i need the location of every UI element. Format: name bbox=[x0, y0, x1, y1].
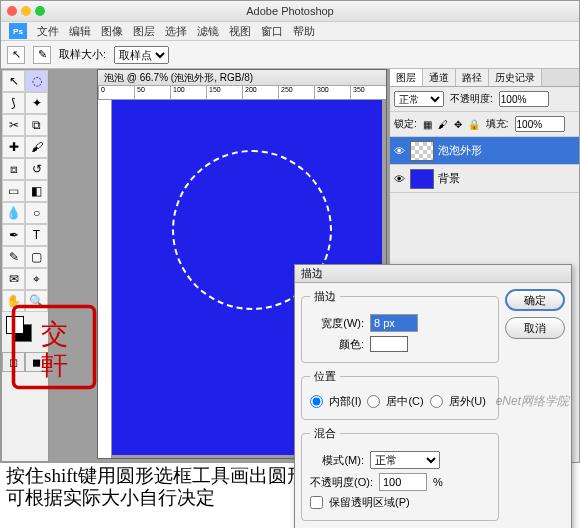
lock-position-icon[interactable]: ✥ bbox=[454, 119, 462, 130]
brush-tool[interactable]: 🖌 bbox=[25, 136, 48, 158]
crop-tool[interactable]: ✂ bbox=[2, 114, 25, 136]
blend-fieldset: 混合 模式(M): 正常 不透明度(O): % 保留透明区域(P) bbox=[301, 426, 499, 521]
tab-layers[interactable]: 图层 bbox=[390, 69, 423, 86]
mode-label: 模式(M): bbox=[310, 453, 364, 468]
lock-pixels-icon[interactable]: 🖌 bbox=[438, 119, 448, 130]
layer-name: 背景 bbox=[438, 171, 460, 186]
ps-icon[interactable]: Ps bbox=[9, 23, 27, 39]
slice-tool[interactable]: ⧉ bbox=[25, 114, 48, 136]
notes-tool[interactable]: ✉ bbox=[2, 268, 25, 290]
tab-paths[interactable]: 路径 bbox=[456, 69, 489, 86]
cancel-button[interactable]: 取消 bbox=[505, 317, 565, 339]
lock-all-icon[interactable]: 🔒 bbox=[468, 119, 480, 130]
zoom-icon[interactable] bbox=[35, 6, 45, 16]
dlg-opacity-label: 不透明度(O): bbox=[310, 475, 373, 490]
mode-select[interactable]: 正常 bbox=[370, 451, 440, 469]
titlebar: Adobe Photoshop bbox=[1, 1, 579, 21]
stamp-tool[interactable]: ⧈ bbox=[2, 158, 25, 180]
standard-mode-icon[interactable]: ◻ bbox=[2, 352, 25, 372]
menubar: Ps 文件 编辑 图像 图层 选择 滤镜 视图 窗口 帮助 bbox=[1, 21, 579, 41]
move-tool[interactable]: ↖ bbox=[2, 70, 25, 92]
menu-image[interactable]: 图像 bbox=[101, 24, 123, 39]
tab-history[interactable]: 历史记录 bbox=[489, 69, 542, 86]
eyedropper-tool-icon[interactable]: ✎ bbox=[33, 46, 51, 64]
menu-edit[interactable]: 编辑 bbox=[69, 24, 91, 39]
path-tool[interactable]: ✒ bbox=[2, 224, 25, 246]
fg-color[interactable] bbox=[6, 316, 24, 334]
close-icon[interactable] bbox=[7, 6, 17, 16]
gradient-tool[interactable]: ◧ bbox=[25, 180, 48, 202]
hand-tool[interactable]: ✋ bbox=[2, 290, 25, 312]
position-fieldset: 位置 内部(I) 居中(C) 居外(U) bbox=[301, 369, 499, 420]
wand-tool[interactable]: ✦ bbox=[25, 92, 48, 114]
pen-tool[interactable]: ✎ bbox=[2, 246, 25, 268]
ruler-vertical bbox=[98, 100, 112, 458]
options-bar: ↖ ✎ 取样大小: 取样点 bbox=[1, 41, 579, 69]
tab-channels[interactable]: 通道 bbox=[423, 69, 456, 86]
fill-input[interactable] bbox=[515, 116, 565, 132]
lock-transparency-icon[interactable]: ▦ bbox=[423, 119, 432, 130]
menu-window[interactable]: 窗口 bbox=[261, 24, 283, 39]
color-label: 颜色: bbox=[310, 337, 364, 352]
color-swatch-button[interactable] bbox=[370, 336, 408, 352]
app-title: Adobe Photoshop bbox=[246, 5, 333, 17]
stroke-fieldset: 描边 宽度(W): 颜色: bbox=[301, 289, 499, 363]
blend-mode-select[interactable]: 正常 bbox=[394, 91, 444, 107]
zoom-tool[interactable]: 🔍 bbox=[25, 290, 48, 312]
document-title: 泡泡 @ 66.7% (泡泡外形, RGB/8) bbox=[98, 70, 386, 86]
shape-tool[interactable]: ▢ bbox=[25, 246, 48, 268]
lock-label: 锁定: bbox=[394, 117, 417, 131]
layer-row[interactable]: 👁 泡泡外形 bbox=[390, 137, 579, 165]
heal-tool[interactable]: ✚ bbox=[2, 136, 25, 158]
marquee-tool[interactable]: ◌ bbox=[25, 70, 48, 92]
dodge-tool[interactable]: ○ bbox=[25, 202, 48, 224]
dlg-opacity-input[interactable] bbox=[379, 473, 427, 491]
opacity-input[interactable] bbox=[499, 91, 549, 107]
watermark-text: eNet网络学院 bbox=[496, 393, 569, 410]
ok-button[interactable]: 确定 bbox=[505, 289, 565, 311]
ruler-horizontal: 050 100150 200250 300350 bbox=[98, 86, 386, 100]
dialog-title: 描边 bbox=[295, 265, 571, 283]
toolbox: ↖ ◌ ⟆ ✦ ✂ ⧉ ✚ 🖌 ⧈ ↺ ▭ ◧ 💧 ○ ✒ T ✎ ▢ ✉ ⌖ bbox=[1, 69, 49, 462]
menu-select[interactable]: 选择 bbox=[165, 24, 187, 39]
menu-view[interactable]: 视图 bbox=[229, 24, 251, 39]
pos-outside-radio[interactable] bbox=[430, 395, 443, 408]
eraser-tool[interactable]: ▭ bbox=[2, 180, 25, 202]
history-brush-tool[interactable]: ↺ bbox=[25, 158, 48, 180]
menu-help[interactable]: 帮助 bbox=[293, 24, 315, 39]
pos-center-radio[interactable] bbox=[367, 395, 380, 408]
quickmask-mode-icon[interactable]: ◼ bbox=[25, 352, 48, 372]
menu-layer[interactable]: 图层 bbox=[133, 24, 155, 39]
width-label: 宽度(W): bbox=[310, 316, 364, 331]
lasso-tool[interactable]: ⟆ bbox=[2, 92, 25, 114]
visibility-icon[interactable]: 👁 bbox=[392, 172, 406, 186]
color-swatch[interactable] bbox=[2, 312, 48, 352]
layer-name: 泡泡外形 bbox=[438, 143, 482, 158]
minimize-icon[interactable] bbox=[21, 6, 31, 16]
sample-size-select[interactable]: 取样点 bbox=[114, 46, 169, 64]
menu-file[interactable]: 文件 bbox=[37, 24, 59, 39]
sample-size-label: 取样大小: bbox=[59, 47, 106, 62]
layer-thumbnail bbox=[410, 141, 434, 161]
opacity-label: 不透明度: bbox=[450, 92, 493, 106]
eyedropper-tool[interactable]: ⌖ bbox=[25, 268, 48, 290]
pos-inside-radio[interactable] bbox=[310, 395, 323, 408]
layer-thumbnail bbox=[410, 169, 434, 189]
fill-label: 填充: bbox=[486, 117, 509, 131]
menu-filter[interactable]: 滤镜 bbox=[197, 24, 219, 39]
move-tool-icon[interactable]: ↖ bbox=[7, 46, 25, 64]
type-tool[interactable]: T bbox=[25, 224, 48, 246]
layer-row[interactable]: 👁 背景 bbox=[390, 165, 579, 193]
blur-tool[interactable]: 💧 bbox=[2, 202, 25, 224]
width-input[interactable] bbox=[370, 314, 418, 332]
visibility-icon[interactable]: 👁 bbox=[392, 144, 406, 158]
preserve-checkbox[interactable] bbox=[310, 496, 323, 509]
